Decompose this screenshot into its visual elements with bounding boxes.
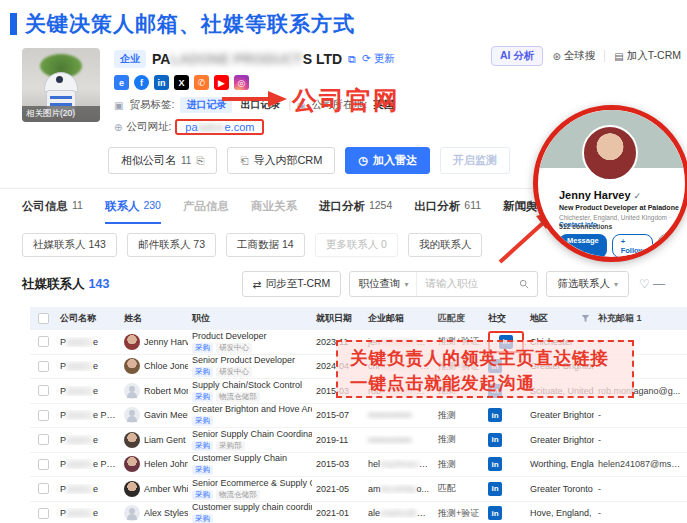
contacts-toolbar: 社媒联系人143 ⇄同步至T-CRM 职位查询▾ 请输入职位 筛选联系人▾ ♡ … [22, 271, 665, 297]
row-checkbox[interactable] [38, 385, 49, 396]
cell-extra-email: - [594, 410, 687, 420]
contact-name[interactable]: Amber Whitty [144, 484, 188, 494]
chip-更多联系人 0[interactable]: 更多联系人 0 [315, 233, 398, 257]
role-tag: 采购 [192, 514, 213, 523]
col-name: 姓名 [120, 312, 188, 325]
contact-name[interactable]: Chloe Jones [144, 361, 188, 371]
import-crm-button[interactable]: ⎗导入内部CRM [227, 147, 335, 174]
import-records-tag[interactable]: 进口记录 [180, 97, 232, 113]
contact-name[interactable]: Alex Styles [144, 508, 188, 518]
row-checkbox[interactable] [38, 508, 49, 519]
col-company: 公司名称 [56, 312, 120, 325]
filter-contacts-dropdown[interactable]: 筛选联系人▾ [546, 271, 629, 297]
cell-email: amberwhittyo... [364, 484, 434, 494]
cell-company: Paladone [56, 386, 120, 396]
cell-match-level: 推测 [434, 433, 484, 446]
refresh-button[interactable]: ⟳ 更新 [362, 52, 395, 66]
favorite-icon[interactable]: ♡ — [639, 277, 665, 291]
x-icon[interactable]: X [174, 75, 189, 90]
copy-icon[interactable]: ⧉ [348, 53, 356, 66]
company-photo[interactable]: 相关图片(20) [22, 48, 100, 122]
tab-公司信息[interactable]: 公司信息11 [22, 199, 83, 224]
tab-label: 商业关系 [251, 199, 297, 216]
chip-工商数据 14[interactable]: 工商数据 14 [226, 233, 305, 257]
tab-产品信息[interactable]: 产品信息 [183, 199, 229, 224]
join-tcrm-button[interactable]: ▤加入T-CRM [614, 49, 681, 63]
verified-icon: ✓ [634, 191, 642, 201]
col-social: 社交 [484, 312, 526, 325]
linkedin-icon[interactable]: in [488, 433, 502, 447]
contact-name[interactable]: Jenny Harvey [144, 337, 188, 347]
start-monitor-button[interactable]: 开启监测 [440, 147, 510, 174]
chip-社媒联系人 143[interactable]: 社媒联系人 143 [22, 233, 117, 257]
global-search-button[interactable]: ⊛全球搜 [552, 49, 595, 63]
crm-icon: ▤ [614, 51, 623, 62]
cell-social: in [484, 482, 526, 496]
contact-name[interactable]: Liam Gent [144, 435, 186, 445]
cell-position: Supply Chain/Stock Control采购物流仓储部 [188, 380, 312, 402]
section-title: 社媒联系人143 [22, 276, 109, 293]
tab-商业关系[interactable]: 商业关系 [251, 199, 297, 224]
linkedin-avatar [582, 125, 638, 181]
tab-进口分析[interactable]: 进口分析1254 [319, 199, 392, 224]
linkedin-annotation-box: 关键负责人的领英主页直达链接 一键点击就能发起沟通 [336, 340, 634, 398]
sync-tcrm-button[interactable]: ⇄同步至T-CRM [242, 271, 342, 297]
linkedin-icon[interactable]: in [488, 457, 502, 471]
phone-icon[interactable]: ✆ [194, 75, 209, 90]
table-row: PaladoneAmber WhittySenior Ecommerce & S… [30, 477, 687, 502]
filter-funnel-icon[interactable] [581, 314, 590, 323]
cell-extra-email: - [594, 435, 687, 445]
contact-name[interactable]: Gavin Meeks [144, 410, 188, 420]
row-checkbox[interactable] [38, 361, 49, 372]
contact-name[interactable]: Helen Johnstone [144, 459, 188, 469]
masked-company-text: aladon [66, 435, 93, 445]
position-search-input[interactable]: 请输入职位 [417, 272, 537, 296]
facebook-icon[interactable]: f [134, 75, 149, 90]
col-position: 职位 [188, 312, 312, 325]
position-title: Senior Ecommerce & Supply Cha... [192, 478, 308, 489]
row-checkbox[interactable] [38, 410, 49, 421]
youtube-icon[interactable]: ▶ [214, 75, 229, 90]
linkedin-icon[interactable]: in [488, 482, 502, 496]
department-tag: 研发中心 [216, 343, 252, 353]
linkedin-icon[interactable]: in [154, 75, 169, 90]
email-icon[interactable]: e [114, 75, 129, 90]
page-title: 关键决策人邮箱、社媒等联系方式 [25, 10, 355, 38]
cell-email: ●●●●●●●● [364, 410, 434, 420]
linkedin-icon[interactable]: in [488, 408, 502, 422]
chip-邮件联系人 73[interactable]: 邮件联系人 73 [127, 233, 216, 257]
row-checkbox[interactable] [38, 336, 49, 347]
ai-analysis-button[interactable]: AI 分析 [491, 46, 543, 66]
company-website-link[interactable]: paladone.com [175, 119, 264, 135]
select-all-checkbox[interactable] [38, 313, 49, 324]
row-checkbox[interactable] [38, 459, 49, 470]
tab-出口分析[interactable]: 出口分析611 [414, 199, 481, 224]
linkedin-icon[interactable]: in [488, 506, 502, 520]
row-checkbox[interactable] [38, 483, 49, 494]
role-tag: 采购 [192, 490, 213, 500]
cell-company: Paladone [56, 361, 120, 371]
masked-email-text: ●●●●●●●● [368, 435, 412, 445]
avatar [124, 456, 140, 472]
instagram-icon[interactable]: ◎ [234, 75, 249, 90]
cell-position: Product Developer采购研发中心 [188, 331, 312, 353]
avatar [124, 334, 140, 350]
cell-position: Senior Product Developer采购研发中心 [188, 355, 312, 377]
tab-联系人[interactable]: 联系人230 [105, 199, 161, 224]
position-title: Customer Supply Chain [192, 453, 308, 464]
cell-position: Greater Brighton and Hove Area采购 [188, 404, 312, 426]
row-checkbox[interactable] [38, 434, 49, 445]
cell-extra-email: - [594, 508, 687, 518]
chip-我的联系人[interactable]: 我的联系人 [408, 233, 483, 257]
cell-match-level: 推测+验证 [434, 507, 484, 520]
cell-social: in [484, 433, 526, 447]
export-records-tag[interactable]: 出口记录 [238, 97, 282, 113]
add-radar-button[interactable]: ◷加入雷达 [345, 147, 430, 174]
position-query-dropdown[interactable]: 职位查询▾ [350, 272, 417, 296]
search-icon [519, 279, 529, 289]
related-images-caption[interactable]: 相关图片(20) [22, 106, 100, 122]
similar-company-button[interactable]: 相似公司名11 ⎘ [108, 147, 217, 174]
contact-name[interactable]: Robert Monta... [144, 386, 188, 396]
cell-social: in [484, 457, 526, 471]
chevron-down-icon: ▾ [614, 280, 618, 289]
